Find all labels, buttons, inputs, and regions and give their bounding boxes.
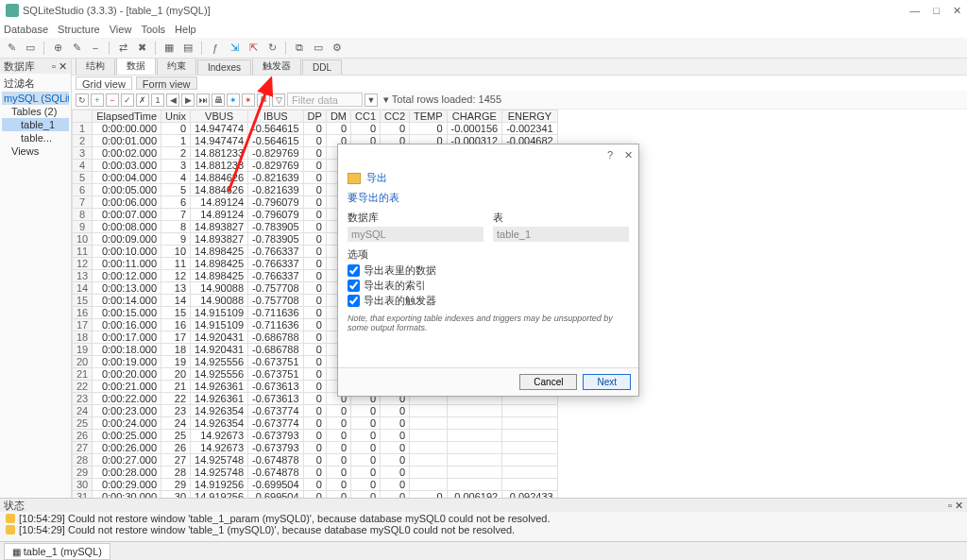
gt-commit[interactable]: ✓ (121, 93, 134, 107)
table-field-value[interactable]: table_1 (493, 227, 629, 242)
col-header[interactable]: DM (326, 110, 350, 123)
menu-tools[interactable]: Tools (141, 24, 165, 35)
gt-del[interactable]: − (106, 93, 119, 107)
db-field-label: 数据库 (348, 211, 484, 225)
tool-db-edit[interactable]: ✎ (69, 41, 84, 56)
tool-paste[interactable]: ▭ (311, 41, 326, 56)
bottom-tab-table[interactable]: ▦ table_1 (mySQL) (4, 543, 110, 560)
dialog-help-button[interactable]: ? (607, 149, 613, 161)
table-row[interactable]: 260:00:25.0002514.92673-0.6737930000 (73, 430, 558, 442)
col-header[interactable]: ElapsedTime (93, 110, 161, 123)
gt-last[interactable]: ⏭ (196, 93, 210, 107)
table-row[interactable]: 280:00:27.0002714.925748-0.6748780000 (73, 454, 558, 467)
dialog-close-button[interactable]: ✕ (624, 149, 633, 161)
menu-help[interactable]: Help (175, 24, 196, 35)
tool-disconnect[interactable]: ✖ (134, 41, 149, 56)
tab-data[interactable]: 数据 (116, 59, 156, 75)
filter-input[interactable]: Filter data (287, 93, 363, 107)
tab-indexes[interactable]: Indexes (197, 59, 251, 75)
tree-table-2[interactable]: table... (2, 131, 69, 144)
close-button[interactable]: ✕ (953, 5, 961, 17)
dialog-breadcrumb: 导出 (366, 171, 387, 185)
tool-new[interactable]: ✎ (4, 41, 19, 56)
viewtab-form[interactable]: Form view (136, 76, 197, 90)
main-toolbar: ✎ ▭ ⊕ ✎ − ⇄ ✖ ▦ ▤ ƒ ⇲ ⇱ ↻ ⧉ ▭ ⚙ (0, 38, 967, 59)
menu-view[interactable]: View (110, 24, 132, 35)
table-row[interactable]: 290:00:28.0002814.925748-0.6748780000 (73, 467, 558, 479)
tool-import[interactable]: ⇱ (246, 41, 261, 56)
tab-structure[interactable]: 结构 (76, 59, 115, 75)
tool-refresh[interactable]: ↻ (264, 41, 280, 56)
table-row[interactable]: 300:00:29.0002914.919256-0.6995040000 (73, 479, 558, 491)
titlebar: SQLiteStudio (3.3.3) - [table_1 (mySQL)]… (0, 0, 967, 21)
status-line-1: [10:54:29] Could not restore window 'tab… (19, 513, 550, 524)
gt-export[interactable]: ✶ (227, 93, 240, 107)
tool-copy[interactable]: ⧉ (292, 41, 307, 56)
tool-open[interactable]: ▭ (23, 41, 38, 56)
tool-export[interactable]: ⇲ (227, 41, 242, 56)
table-tabs: 结构 数据 约束 Indexes 触发器 DDL (72, 59, 967, 76)
col-header[interactable]: VBUS (191, 110, 248, 123)
maximize-button[interactable]: □ (933, 5, 940, 17)
status-controls[interactable]: ▫ ✕ (948, 500, 963, 512)
gt-print[interactable]: 🖶 (212, 93, 225, 107)
tool-settings[interactable]: ⚙ (330, 41, 345, 56)
bottom-tabs: ▦ table_1 (mySQL) (0, 541, 967, 560)
opt-export-data[interactable]: 导出表里的数据 (348, 263, 629, 278)
panel-controls[interactable]: ▫ ✕ (52, 60, 67, 73)
menu-structure[interactable]: Structure (58, 24, 100, 35)
next-button[interactable]: Next (583, 374, 631, 390)
tool-fn[interactable]: ƒ (208, 41, 223, 56)
gt-filter-icon[interactable]: ▽ (272, 93, 285, 107)
tool-db-del[interactable]: − (88, 41, 103, 56)
gt-apply-filter[interactable]: ▼ (365, 93, 378, 107)
folder-icon (348, 173, 361, 184)
col-header[interactable]: IBUS (248, 110, 304, 123)
tab-ddl[interactable]: DDL (302, 59, 342, 75)
gt-refresh[interactable]: ↻ (76, 93, 89, 107)
gt-add[interactable]: + (91, 93, 104, 107)
cancel-button[interactable]: Cancel (519, 374, 577, 390)
tab-constraints[interactable]: 约束 (157, 59, 196, 75)
col-header[interactable]: CC1 (351, 110, 381, 123)
opt-export-triggers-checkbox[interactable] (348, 295, 360, 307)
tool-table[interactable]: ▤ (180, 41, 195, 56)
gt-next[interactable]: ▶ (181, 93, 195, 107)
opt-export-data-checkbox[interactable] (348, 264, 360, 277)
tab-triggers[interactable]: 触发器 (252, 59, 301, 75)
col-header[interactable]: DP (303, 110, 326, 123)
menu-database[interactable]: Database (4, 24, 48, 35)
col-header[interactable] (73, 110, 93, 123)
table-row[interactable]: 310:00:30.0003014.919256-0.69950400000-0… (73, 491, 558, 499)
col-header[interactable]: Unix (161, 110, 191, 123)
gt-prev[interactable]: ◀ (166, 93, 179, 107)
opt-export-indexes[interactable]: 导出表的索引 (348, 279, 629, 293)
gt-first[interactable]: 1 (151, 93, 164, 107)
viewtab-grid[interactable]: Grid view (76, 76, 132, 90)
opt-export-triggers[interactable]: 导出表的触发器 (348, 294, 629, 308)
gt-rollback[interactable]: ✗ (136, 93, 149, 107)
table-row[interactable]: 270:00:26.0002614.92673-0.6737930000 (73, 442, 558, 454)
tool-connect[interactable]: ⇄ (115, 41, 130, 56)
col-header[interactable]: ENERGY (502, 110, 558, 123)
db-field-value[interactable]: mySQL (348, 227, 484, 242)
table-row[interactable]: 10:00:00.000014.947474-0.56461500000-0.0… (73, 123, 558, 135)
col-header[interactable]: CC2 (381, 110, 410, 123)
app-icon (6, 4, 19, 17)
tool-sql[interactable]: ▦ (161, 41, 177, 56)
table-row[interactable]: 240:00:23.0002314.926354-0.6737740000 (73, 405, 558, 417)
tree-tables[interactable]: Tables (2) (2, 105, 69, 118)
gt-import[interactable]: ✶ (242, 93, 255, 107)
filter-label[interactable]: 过滤名 (2, 76, 69, 92)
gt-copy[interactable]: ⧉ (257, 93, 270, 107)
table-row[interactable]: 250:00:24.0002414.926354-0.6737740000 (73, 417, 558, 430)
tree-db[interactable]: mySQL (SQLite 3) (2, 92, 69, 105)
col-header[interactable]: TEMP (410, 110, 448, 123)
tree-table-1[interactable]: table_1 (2, 118, 69, 131)
tree-views[interactable]: Views (2, 144, 69, 158)
status-line-2: [10:54:29] Could not restore window 'tab… (19, 524, 515, 535)
opt-export-indexes-checkbox[interactable] (348, 280, 360, 292)
col-header[interactable]: CHARGE (447, 110, 502, 123)
tool-db-add[interactable]: ⊕ (50, 41, 65, 56)
minimize-button[interactable]: — (909, 5, 920, 17)
